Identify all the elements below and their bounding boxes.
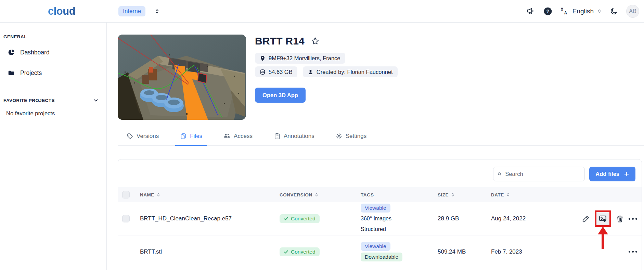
point-cloud-preview-image	[118, 35, 246, 120]
search-box[interactable]	[493, 167, 585, 181]
file-size: 28.9 GB	[438, 215, 491, 222]
project-tabs: Versions Files Access Annotations Settin…	[118, 132, 644, 146]
check-icon	[284, 249, 288, 254]
sidebar-section-favorites[interactable]: FAVORITE PROJECTS	[0, 97, 106, 103]
tab-access[interactable]: Access	[219, 132, 257, 146]
workspace-badge[interactable]: Interne	[118, 6, 145, 16]
tab-label: Annotations	[284, 133, 314, 140]
annotation-arrow	[597, 227, 608, 249]
tab-settings[interactable]: Settings	[331, 132, 371, 146]
file-name[interactable]: BRTT.stl	[140, 248, 280, 255]
megaphone-icon[interactable]	[526, 7, 535, 16]
tags-cell: Viewable 360° Images Structured	[361, 204, 438, 234]
language-selector[interactable]: ẋA English	[561, 7, 602, 15]
conversion-label: Converted	[291, 216, 315, 222]
project-badges-row-1: 9MF9+32 Morvilliers, France	[255, 53, 398, 64]
search-input[interactable]	[505, 171, 580, 177]
project-header: BRTT R14 9MF9+32 Morvilliers, France 54.…	[118, 35, 644, 120]
workspace-chevron-updown-icon[interactable]	[154, 8, 160, 14]
tab-annotations[interactable]: Annotations	[269, 132, 319, 146]
clipboard-icon	[274, 133, 281, 140]
tags-cell: Viewable Downloadable	[361, 242, 438, 261]
location-badge: 9MF9+32 Morvilliers, France	[255, 53, 345, 64]
size-badge: 54.63 GB	[255, 66, 297, 77]
language-chevron-updown-icon	[597, 9, 602, 14]
file-size: 509.24 MB	[438, 248, 491, 255]
chevron-down-icon[interactable]	[93, 97, 99, 103]
database-icon	[260, 69, 266, 75]
conversion-status-badge: Converted	[280, 214, 320, 223]
select-all-checkbox[interactable]	[122, 191, 130, 198]
sidebar-item-label: Dashboard	[20, 49, 50, 56]
favorites-empty-text: No favorite projects	[0, 110, 106, 117]
column-header-size[interactable]: SIZE	[438, 192, 491, 197]
tab-label: Versions	[137, 133, 159, 140]
row-checkbox[interactable]	[122, 215, 130, 222]
app-logo[interactable]: cloud	[48, 5, 75, 17]
files-icon	[180, 133, 187, 140]
ellipsis-icon[interactable]	[629, 251, 637, 253]
general-title: GENERAL	[3, 34, 27, 39]
tab-files[interactable]: Files	[175, 132, 207, 146]
sort-icon[interactable]	[506, 192, 510, 197]
column-label: DATE	[491, 192, 504, 197]
files-card: Add files NAME CONVERSION TAGS	[118, 159, 642, 270]
conversion-label: Converted	[291, 249, 315, 255]
project-info: BRTT R14 9MF9+32 Morvilliers, France 54.…	[255, 35, 398, 120]
map-pin-icon	[260, 55, 266, 61]
add-files-button[interactable]: Add files	[589, 167, 635, 181]
edit-icon[interactable]	[582, 215, 590, 223]
page-title: BRTT R14	[255, 35, 305, 47]
app-window: cloud Interne ? ẋA English AB	[0, 0, 644, 270]
open-3d-app-button[interactable]: Open 3D App	[255, 88, 306, 103]
person-icon	[308, 69, 313, 75]
column-label: TAGS	[361, 192, 374, 197]
sidebar-item-projects[interactable]: Projects	[0, 65, 106, 80]
created-by-badge: Created by: Florian Fauconnet	[303, 66, 398, 77]
tag-viewable: Viewable	[361, 204, 390, 213]
sidebar-item-dashboard[interactable]: Dashboard	[0, 45, 106, 60]
top-bar: cloud Interne ? ẋA English AB	[0, 0, 644, 23]
trash-icon[interactable]	[616, 215, 624, 223]
column-label: SIZE	[438, 192, 449, 197]
sort-icon[interactable]	[314, 192, 319, 197]
add-files-label: Add files	[595, 171, 619, 177]
file-name[interactable]: BRTT_HD_CleanClean_Recap.e57	[140, 215, 280, 222]
search-icon	[498, 171, 502, 177]
svg-text:A: A	[564, 11, 567, 15]
translate-icon: ẋA	[561, 7, 569, 15]
size-text: 54.63 GB	[269, 69, 293, 75]
table-row[interactable]: BRTT.stl Converted Viewable Downloadable…	[118, 235, 642, 268]
tab-label: Settings	[346, 133, 366, 140]
moon-icon[interactable]	[610, 7, 618, 15]
column-label: CONVERSION	[280, 192, 312, 197]
avatar[interactable]: AB	[626, 5, 639, 18]
folder-icon	[8, 69, 15, 77]
sort-icon[interactable]	[156, 192, 160, 197]
tab-label: Access	[234, 133, 253, 140]
tag-360-images: 360° Images	[361, 214, 391, 223]
image-download-icon[interactable]	[598, 214, 607, 223]
language-label[interactable]: English	[572, 8, 594, 15]
project-thumbnail[interactable]	[118, 35, 246, 120]
column-header-name[interactable]: NAME	[140, 192, 280, 197]
tag-downloadable: Downloadable	[361, 253, 402, 261]
table-row[interactable]: BRTT_HD_CleanClean_Recap.e57 Converted V…	[118, 202, 642, 235]
location-text: 9MF9+32 Morvilliers, France	[269, 55, 340, 62]
help-icon[interactable]: ?	[543, 7, 552, 16]
svg-text:ẋ: ẋ	[561, 7, 563, 12]
tab-label: Files	[190, 133, 202, 140]
tag-icon	[127, 133, 133, 140]
ellipsis-icon[interactable]	[629, 218, 637, 220]
column-header-conversion[interactable]: CONVERSION	[280, 192, 361, 197]
tag-structured: Structured	[361, 225, 386, 234]
column-header-date[interactable]: DATE	[491, 192, 581, 197]
sort-icon[interactable]	[451, 192, 455, 197]
highlight-red-box	[595, 210, 611, 227]
row-actions	[581, 251, 642, 253]
table-header: NAME CONVERSION TAGS SIZE DATE	[118, 187, 642, 202]
workspace-switcher[interactable]: Interne	[118, 6, 160, 16]
favorite-star-icon[interactable]	[311, 37, 320, 46]
file-date: Feb 7, 2023	[491, 248, 581, 255]
tab-versions[interactable]: Versions	[122, 132, 164, 146]
